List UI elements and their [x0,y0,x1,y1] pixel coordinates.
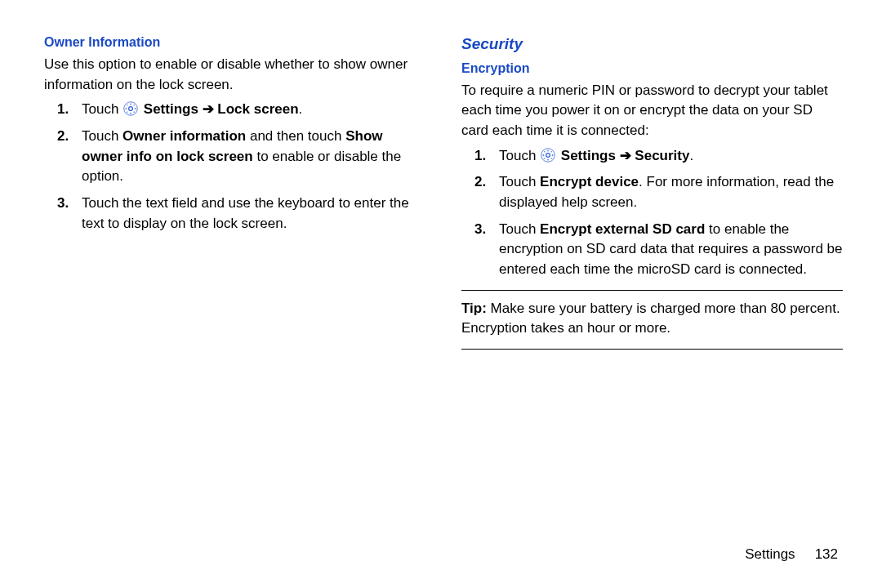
divider [461,349,843,350]
settings-icon [541,148,555,163]
owner-info-steps: Touch Settings ➔ Lock screen. Touch Owne… [44,100,425,234]
tip-text: Tip: Make sure your battery is charged m… [461,299,843,339]
left-column: Owner Information Use this option to ena… [44,33,452,564]
security-heading: Security [461,33,843,56]
settings-icon [123,101,138,116]
list-item: Touch Settings ➔ Lock screen. [82,100,425,120]
page-footer: Settings132 [745,545,838,565]
divider [461,290,843,291]
right-column: Security Encryption To require a numeric… [452,33,843,564]
list-item: Touch Settings ➔ Security. [499,146,843,167]
list-item: Touch Encrypt device. For more informati… [499,172,843,212]
owner-info-heading: Owner Information [44,33,425,51]
encryption-intro: To require a numeric PIN or password to … [461,81,843,141]
encryption-steps: Touch Settings ➔ Security. Touch Encrypt… [461,146,843,280]
list-item: Touch Encrypt external SD card to enable… [499,220,843,280]
list-item: Touch the text field and use the keyboar… [82,194,425,234]
footer-section: Settings [745,546,795,562]
footer-page-number: 132 [815,546,838,562]
owner-info-intro: Use this option to enable or disable whe… [44,55,425,95]
list-item: Touch Owner information and then touch S… [82,127,425,187]
encryption-heading: Encryption [461,59,843,78]
